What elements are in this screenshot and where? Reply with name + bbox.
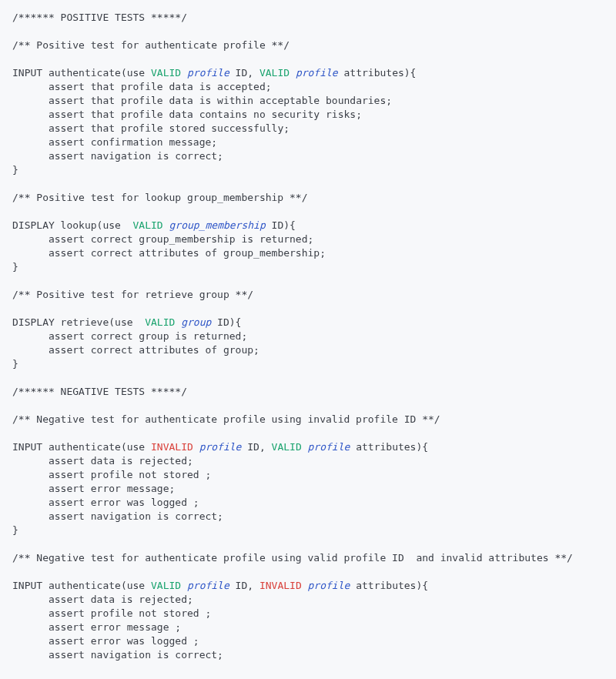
entity-profile: profile xyxy=(308,441,350,453)
keyword-valid: VALID xyxy=(133,219,163,231)
code-line: assert profile not stored ; xyxy=(12,469,211,480)
code-line: /****** POSITIVE TESTS *****/ xyxy=(12,12,187,23)
code-line: DISPLAY lookup(use VALID group_membershi… xyxy=(12,219,296,231)
code-line: assert that profile stored successfully; xyxy=(12,122,290,134)
code-line: assert that profile data is accepted; xyxy=(12,81,272,92)
code-line: assert navigation is correct; xyxy=(12,649,223,661)
code-line: /** Negative test for authenticate profi… xyxy=(12,413,440,425)
code-line: assert correct group_membership is retur… xyxy=(12,233,313,245)
code-line: assert error message; xyxy=(12,483,175,494)
keyword-invalid: INVALID xyxy=(151,441,193,453)
code-line: } xyxy=(12,524,18,536)
code-line: assert correct attributes of group; xyxy=(12,344,259,356)
entity-profile: profile xyxy=(199,441,242,453)
code-line: assert navigation is correct; xyxy=(12,150,223,162)
code-line: } xyxy=(12,261,18,273)
code-line: INPUT authenticate(use VALID profile ID,… xyxy=(12,67,416,79)
code-line: assert navigation is correct; xyxy=(12,510,223,522)
keyword-invalid: INVALID xyxy=(259,580,302,591)
code-line: assert data is rejected; xyxy=(12,455,193,467)
code-line: assert error was logged ; xyxy=(12,497,199,508)
entity-profile: profile xyxy=(296,67,338,79)
code-line: INPUT authenticate(use INVALID profile I… xyxy=(12,441,428,453)
code-block: /****** POSITIVE TESTS *****/ /** Positi… xyxy=(0,0,616,662)
entity-profile: profile xyxy=(187,67,229,79)
code-line: } xyxy=(12,164,18,176)
code-line: /** Positive test for authenticate profi… xyxy=(12,39,290,51)
code-line: assert profile not stored ; xyxy=(12,607,211,619)
code-line: assert that profile data is within accep… xyxy=(12,95,392,106)
code-line: assert that profile data contains no sec… xyxy=(12,109,362,120)
code-line: assert error message ; xyxy=(12,621,181,633)
code-line: DISPLAY retrieve(use VALID group ID){ xyxy=(12,316,241,328)
code-line: /** Positive test for lookup group_membe… xyxy=(12,192,308,203)
entity-group_membership: group_membership xyxy=(169,219,266,231)
code-line: assert correct group is returned; xyxy=(12,330,247,342)
keyword-valid: VALID xyxy=(151,580,181,591)
code-line: /** Positive test for retrieve group **/ xyxy=(12,289,253,300)
code-line: INPUT authenticate(use VALID profile ID,… xyxy=(12,580,428,591)
keyword-valid: VALID xyxy=(151,67,181,79)
code-line: /****** NEGATIVE TESTS *****/ xyxy=(12,386,187,397)
keyword-valid: VALID xyxy=(259,67,290,79)
keyword-valid: VALID xyxy=(272,441,302,453)
code-line: assert error was logged ; xyxy=(12,635,199,647)
code-line: } xyxy=(12,358,18,370)
code-line: assert correct attributes of group_membe… xyxy=(12,247,326,259)
code-line: /** Negative test for authenticate profi… xyxy=(12,552,573,564)
entity-group: group xyxy=(181,316,211,328)
entity-profile: profile xyxy=(308,580,350,591)
code-line: assert data is rejected; xyxy=(12,594,193,605)
keyword-valid: VALID xyxy=(145,316,175,328)
code-line: assert confirmation message; xyxy=(12,136,217,148)
entity-profile: profile xyxy=(187,580,229,591)
